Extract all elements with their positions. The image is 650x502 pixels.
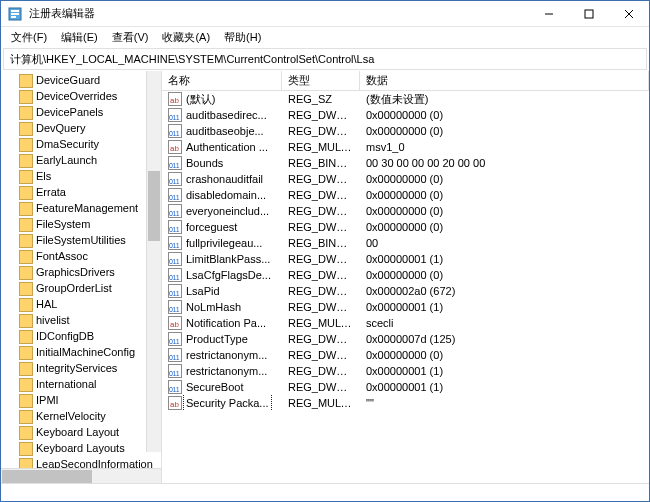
- tree-item[interactable]: Keyboard Layout: [1, 424, 161, 440]
- value-row[interactable]: LsaCfgFlagsDe...REG_DWORD0x00000000 (0): [162, 267, 649, 283]
- menu-file[interactable]: 文件(F): [5, 29, 53, 46]
- value-row[interactable]: SecureBootREG_DWORD0x00000001 (1): [162, 379, 649, 395]
- tree-item[interactable]: International: [1, 376, 161, 392]
- folder-icon: [19, 138, 33, 152]
- folder-icon: [19, 250, 33, 264]
- tree-vertical-scrollbar[interactable]: [146, 71, 161, 452]
- binary-value-icon: [168, 300, 182, 314]
- binary-value-icon: [168, 348, 182, 362]
- value-type: REG_DWORD: [282, 203, 360, 219]
- tree-item-label: InitialMachineConfig: [36, 346, 135, 358]
- tree-item[interactable]: FileSystemUtilities: [1, 232, 161, 248]
- value-name: auditbaseobje...: [186, 123, 264, 139]
- tree-item[interactable]: IDConfigDB: [1, 328, 161, 344]
- tree-item[interactable]: IPMI: [1, 392, 161, 408]
- tree-item[interactable]: DevicePanels: [1, 104, 161, 120]
- close-button[interactable]: [609, 1, 649, 26]
- tree-item-label: International: [36, 378, 97, 390]
- value-row[interactable]: crashonauditfailREG_DWORD0x00000000 (0): [162, 171, 649, 187]
- tree-item-label: GroupOrderList: [36, 282, 112, 294]
- folder-icon: [19, 234, 33, 248]
- value-name: disabledomain...: [186, 187, 266, 203]
- value-row[interactable]: Security Packa...REG_MULTI_SZ"": [162, 395, 649, 411]
- maximize-button[interactable]: [569, 1, 609, 26]
- value-data: 0x00000000 (0): [360, 123, 649, 139]
- tree-item[interactable]: EarlyLaunch: [1, 152, 161, 168]
- value-row[interactable]: BoundsREG_BINARY00 30 00 00 00 20 00 00: [162, 155, 649, 171]
- value-row[interactable]: auditbasedirec...REG_DWORD0x00000000 (0): [162, 107, 649, 123]
- value-name: (默认): [186, 91, 215, 107]
- tree-item-label: Keyboard Layout: [36, 426, 119, 438]
- tree-item[interactable]: Els: [1, 168, 161, 184]
- binary-value-icon: [168, 268, 182, 282]
- folder-icon: [19, 90, 33, 104]
- tree-item[interactable]: LeapSecondInformation: [1, 456, 161, 468]
- column-data[interactable]: 数据: [360, 71, 649, 90]
- tree-item[interactable]: hivelist: [1, 312, 161, 328]
- value-row[interactable]: forceguestREG_DWORD0x00000000 (0): [162, 219, 649, 235]
- address-input[interactable]: [8, 52, 642, 66]
- menu-view[interactable]: 查看(V): [106, 29, 155, 46]
- column-name[interactable]: 名称: [162, 71, 282, 90]
- tree-item[interactable]: IntegrityServices: [1, 360, 161, 376]
- tree-item[interactable]: DeviceGuard: [1, 72, 161, 88]
- folder-icon: [19, 442, 33, 456]
- value-data: 00 30 00 00 00 20 00 00: [360, 155, 649, 171]
- binary-value-icon: [168, 188, 182, 202]
- value-name: ProductType: [186, 331, 248, 347]
- menu-edit[interactable]: 编辑(E): [55, 29, 104, 46]
- value-row[interactable]: LimitBlankPass...REG_DWORD0x00000001 (1): [162, 251, 649, 267]
- tree-item[interactable]: HAL: [1, 296, 161, 312]
- value-row[interactable]: fullprivilegeau...REG_BINARY00: [162, 235, 649, 251]
- binary-value-icon: [168, 364, 182, 378]
- folder-icon: [19, 314, 33, 328]
- value-row[interactable]: auditbaseobje...REG_DWORD0x00000000 (0): [162, 123, 649, 139]
- menu-help[interactable]: 帮助(H): [218, 29, 267, 46]
- value-type: REG_MULTI_SZ: [282, 315, 360, 331]
- value-type: REG_SZ: [282, 91, 360, 107]
- value-type: REG_DWORD: [282, 187, 360, 203]
- address-bar[interactable]: [3, 48, 647, 70]
- column-type[interactable]: 类型: [282, 71, 360, 90]
- value-row[interactable]: (默认)REG_SZ(数值未设置): [162, 91, 649, 107]
- value-name: Security Packa...: [183, 395, 272, 411]
- minimize-button[interactable]: [529, 1, 569, 26]
- folder-icon: [19, 362, 33, 376]
- tree-item-label: Errata: [36, 186, 66, 198]
- value-row[interactable]: NoLmHashREG_DWORD0x00000001 (1): [162, 299, 649, 315]
- value-data: 0x00000000 (0): [360, 347, 649, 363]
- folder-icon: [19, 202, 33, 216]
- tree-item-label: DeviceOverrides: [36, 90, 117, 102]
- tree-item[interactable]: GroupOrderList: [1, 280, 161, 296]
- menu-favorites[interactable]: 收藏夹(A): [156, 29, 216, 46]
- tree-item[interactable]: DeviceOverrides: [1, 88, 161, 104]
- tree-item[interactable]: Keyboard Layouts: [1, 440, 161, 456]
- tree-item-label: FileSystemUtilities: [36, 234, 126, 246]
- tree-item[interactable]: InitialMachineConfig: [1, 344, 161, 360]
- folder-icon: [19, 346, 33, 360]
- binary-value-icon: [168, 332, 182, 346]
- value-list[interactable]: (默认)REG_SZ(数值未设置)auditbasedirec...REG_DW…: [162, 91, 649, 483]
- statusbar: [1, 483, 649, 501]
- tree-item[interactable]: Errata: [1, 184, 161, 200]
- tree-item[interactable]: FontAssoc: [1, 248, 161, 264]
- svg-rect-5: [585, 10, 593, 18]
- tree-item[interactable]: KernelVelocity: [1, 408, 161, 424]
- tree-item[interactable]: DevQuery: [1, 120, 161, 136]
- tree-item[interactable]: FileSystem: [1, 216, 161, 232]
- tree-item[interactable]: DmaSecurity: [1, 136, 161, 152]
- value-row[interactable]: ProductTypeREG_DWORD0x0000007d (125): [162, 331, 649, 347]
- value-row[interactable]: restrictanonym...REG_DWORD0x00000001 (1): [162, 363, 649, 379]
- svg-rect-3: [11, 16, 16, 18]
- value-data: 0x00000000 (0): [360, 267, 649, 283]
- tree-horizontal-scrollbar[interactable]: [1, 468, 161, 483]
- value-row[interactable]: Notification Pa...REG_MULTI_SZscecli: [162, 315, 649, 331]
- value-row[interactable]: LsaPidREG_DWORD0x000002a0 (672): [162, 283, 649, 299]
- value-row[interactable]: disabledomain...REG_DWORD0x00000000 (0): [162, 187, 649, 203]
- tree-item[interactable]: GraphicsDrivers: [1, 264, 161, 280]
- value-row[interactable]: Authentication ...REG_MULTI_SZmsv1_0: [162, 139, 649, 155]
- folder-icon: [19, 394, 33, 408]
- value-row[interactable]: everyoneinclud...REG_DWORD0x00000000 (0): [162, 203, 649, 219]
- tree-item[interactable]: FeatureManagement: [1, 200, 161, 216]
- value-row[interactable]: restrictanonym...REG_DWORD0x00000000 (0): [162, 347, 649, 363]
